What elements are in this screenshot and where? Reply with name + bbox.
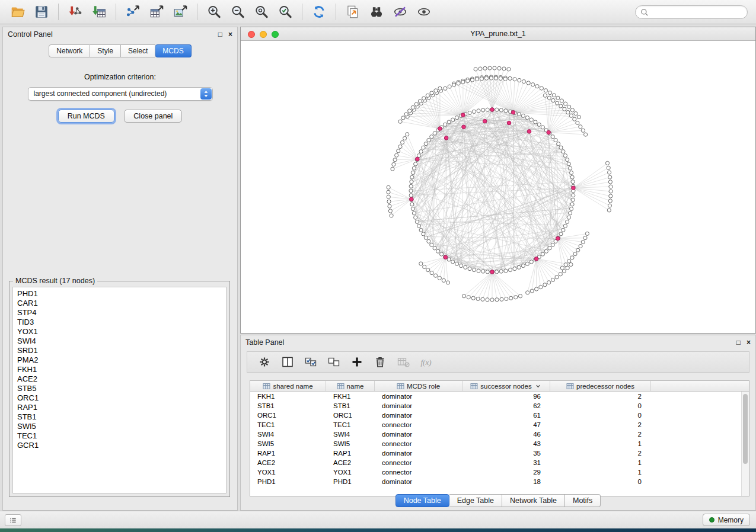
ring-node[interactable] [472, 268, 476, 272]
leaf-node[interactable] [471, 296, 475, 300]
ring-node[interactable] [551, 243, 554, 246]
add-row-button[interactable] [348, 354, 366, 370]
leaf-node[interactable] [466, 79, 470, 82]
refresh-layout-button[interactable] [307, 2, 331, 22]
column-header-name[interactable]: name [326, 381, 375, 391]
dominator-node[interactable] [461, 113, 465, 117]
leaf-node[interactable] [577, 116, 580, 119]
dominator-node[interactable] [511, 110, 515, 114]
ring-node[interactable] [409, 184, 413, 188]
leaf-node[interactable] [444, 86, 447, 90]
leaf-node[interactable] [418, 100, 422, 103]
ring-node[interactable] [455, 262, 459, 265]
leaf-node[interactable] [398, 120, 402, 123]
ring-node[interactable] [572, 194, 575, 197]
leaf-node[interactable] [522, 80, 525, 84]
ring-node[interactable] [430, 135, 433, 139]
ring-node[interactable] [499, 270, 503, 273]
leaf-node[interactable] [579, 125, 582, 129]
ring-node[interactable] [525, 262, 529, 265]
ring-node[interactable] [529, 118, 533, 121]
close-window-button[interactable] [248, 31, 255, 38]
leaf-node[interactable] [426, 94, 429, 97]
ring-node[interactable] [529, 260, 533, 264]
leaf-node[interactable] [584, 133, 588, 136]
leaf-node[interactable] [581, 129, 585, 132]
ring-node[interactable] [554, 139, 557, 142]
ring-node[interactable] [433, 132, 436, 135]
leaf-node[interactable] [395, 153, 398, 157]
leaf-node[interactable] [579, 244, 582, 248]
column-header-shared-name[interactable]: shared name [250, 381, 326, 391]
ring-node[interactable] [430, 243, 433, 246]
leaf-node[interactable] [452, 83, 456, 86]
leaf-node[interactable] [467, 296, 470, 299]
ring-node[interactable] [468, 111, 471, 114]
ring-node[interactable] [415, 220, 419, 223]
mcds-result-item[interactable]: PHD1 [17, 289, 226, 299]
leaf-node[interactable] [387, 195, 390, 198]
ring-node[interactable] [499, 108, 503, 112]
ring-node[interactable] [422, 232, 425, 236]
leaf-node[interactable] [434, 274, 438, 277]
minimize-window-button[interactable] [260, 31, 267, 38]
leaf-node[interactable] [518, 78, 521, 82]
column-header-mcds-role[interactable]: MCDS role [375, 381, 462, 391]
ring-node[interactable] [419, 228, 423, 232]
ring-node[interactable] [414, 216, 417, 219]
leaf-node[interactable] [397, 149, 400, 153]
ring-node[interactable] [451, 260, 455, 264]
leaf-node[interactable] [514, 296, 518, 299]
leaf-node[interactable] [494, 76, 497, 80]
table-scrollbar[interactable] [741, 392, 749, 496]
leaf-node[interactable] [490, 298, 494, 302]
column-header-successor-nodes[interactable]: successor nodes [462, 381, 550, 391]
dominator-node[interactable] [410, 197, 414, 201]
import-network-button[interactable] [63, 2, 87, 22]
ring-node[interactable] [410, 203, 414, 206]
leaf-node[interactable] [448, 85, 451, 88]
dominator-node[interactable] [483, 119, 487, 123]
column-options-icon[interactable] [337, 383, 344, 390]
leaf-node[interactable] [564, 263, 567, 267]
ring-node[interactable] [410, 180, 413, 184]
ring-node[interactable] [414, 162, 417, 166]
leaf-node[interactable] [574, 112, 578, 116]
leaf-node[interactable] [556, 96, 560, 100]
ring-node[interactable] [534, 120, 537, 124]
zoom-out-button[interactable] [226, 2, 250, 22]
ring-node[interactable] [486, 108, 489, 111]
leaf-node[interactable] [609, 194, 613, 198]
tab-motifs[interactable]: Motifs [565, 494, 601, 507]
mcds-result-item[interactable]: STP4 [17, 308, 226, 318]
ring-node[interactable] [513, 267, 516, 271]
leaf-node[interactable] [438, 86, 442, 90]
ring-node[interactable] [544, 249, 548, 253]
ring-node[interactable] [541, 252, 544, 256]
leaf-node[interactable] [518, 294, 522, 298]
leaf-node[interactable] [576, 248, 580, 252]
dominator-node[interactable] [416, 157, 420, 161]
leaf-node[interactable] [570, 256, 574, 259]
leaf-node[interactable] [387, 200, 391, 203]
leaf-node[interactable] [555, 101, 559, 105]
tab-edge-table[interactable]: Edge Table [449, 494, 502, 507]
leaf-node[interactable] [457, 82, 460, 85]
leaf-node[interactable] [608, 171, 611, 174]
find-button[interactable] [365, 2, 388, 22]
leaf-node[interactable] [404, 113, 408, 116]
leaf-node[interactable] [387, 190, 390, 194]
network-window-titlebar[interactable]: YPA_prune.txt_1 [241, 27, 755, 41]
leaf-node[interactable] [535, 85, 539, 88]
chevron-down-icon[interactable] [534, 383, 542, 389]
select-all-button[interactable] [302, 354, 320, 370]
tab-style[interactable]: Style [90, 44, 121, 57]
leaf-node[interactable] [387, 185, 390, 189]
leaf-node[interactable] [581, 241, 585, 244]
leaf-node[interactable] [414, 102, 418, 106]
leaf-node[interactable] [566, 111, 570, 114]
leaf-node[interactable] [547, 96, 551, 100]
leaf-node[interactable] [481, 297, 484, 301]
export-network-button[interactable] [121, 2, 145, 22]
leaf-node[interactable] [406, 133, 409, 136]
